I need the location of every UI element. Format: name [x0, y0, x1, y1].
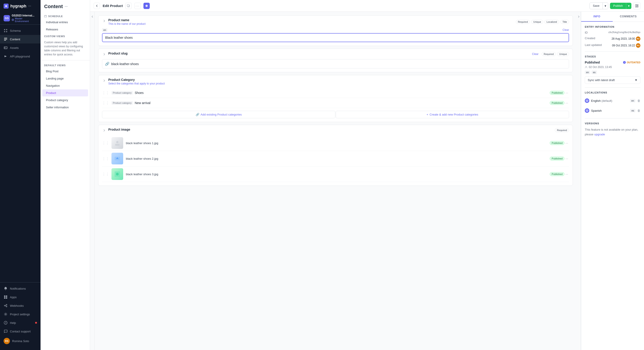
product-slug-input-wrap[interactable]: 🔗 black-leather-shoes — [102, 59, 569, 68]
nav-item-individual-entries[interactable]: Individual entries — [42, 19, 88, 26]
sidebar-item-webhooks[interactable]: Webhooks — [0, 301, 40, 310]
category-status-new-arrival: Published — [550, 101, 564, 105]
plus-icon: + — [426, 113, 428, 116]
clear-product-name-button[interactable]: Clear — [562, 28, 569, 32]
nav-item-product[interactable]: Product — [42, 90, 88, 96]
product-name-info: Product name This is the name of our pro… — [108, 18, 146, 26]
publish-button-group[interactable]: Publish ▾ — [610, 3, 632, 9]
nav-item-landing-page[interactable]: Landing page — [42, 75, 88, 82]
topbar-left: Edit Product ··· — [94, 3, 150, 9]
versions-text: This feature is not available on your pl… — [585, 128, 640, 137]
save-button-group[interactable]: Save ▾ — [590, 2, 608, 9]
tab-comments[interactable]: COMMENTS — [613, 12, 644, 22]
sidebar-item-project-settings[interactable]: Project settings — [0, 310, 40, 318]
svg-point-23 — [6, 324, 6, 324]
delete-locale-es-button[interactable]: 🗑 — [637, 109, 640, 112]
nav-item-navigation[interactable]: Navigation — [42, 82, 88, 89]
sidebar-item-content[interactable]: Content — [0, 35, 40, 44]
sidebar-item-assets[interactable]: Assets — [0, 44, 40, 52]
second-sidebar-title: Content ··· — [40, 4, 90, 13]
drag-handle-img3[interactable]: ⋮⋮ — [102, 172, 109, 176]
org-selector[interactable]: GS GS2023 Internal... Master Environment — [0, 12, 40, 24]
image-badge-required: Required — [555, 128, 569, 132]
image-more-3[interactable]: ··· — [564, 172, 569, 177]
nav-item-releases[interactable]: Releases — [42, 26, 88, 33]
api-icon — [4, 54, 8, 58]
sync-dropdown[interactable]: Sync with latest draft ▼ — [585, 76, 640, 84]
badge-required: Required — [516, 20, 530, 24]
drag-handle-img2[interactable]: ⋮⋮ — [102, 156, 109, 161]
updated-value: 09 Oct 2023, 16:22 RS — [612, 43, 640, 48]
sidebar-item-schema[interactable]: Schema — [0, 26, 40, 35]
create-add-category-button[interactable]: + Create & add new Product categories — [336, 111, 569, 118]
drag-handle-new-arrival[interactable]: ⋮⋮ — [102, 101, 109, 105]
sidebar-item-notifications[interactable]: Notifications — [0, 284, 40, 293]
logo-icon — [4, 4, 8, 8]
stage-status-outdated: OUTDATED — [623, 61, 640, 64]
stage-row-published: Published OUTDATED — [585, 60, 640, 64]
image-more-2[interactable]: ··· — [564, 156, 569, 161]
product-slug-collapse[interactable] — [102, 52, 106, 56]
add-existing-category-button[interactable]: 🔗 Add existing Product categories — [102, 111, 335, 118]
collapse-right-panel-button[interactable] — [576, 12, 581, 350]
product-image-collapse[interactable] — [102, 128, 106, 133]
link-icon: 🔗 — [105, 62, 110, 66]
sidebar-item-contact-support[interactable]: Contact support — [0, 327, 40, 336]
image-status-3: Published — [550, 172, 564, 176]
more-button[interactable]: ··· — [134, 3, 141, 9]
drag-handle-img1[interactable]: ⋮⋮ — [102, 141, 109, 145]
drag-handle-shoes[interactable]: ⋮⋮ — [102, 91, 109, 95]
product-category-label: Product Category — [108, 78, 165, 82]
user-profile[interactable]: RS Romina Soto — [0, 336, 40, 346]
product-image-body: ⋮⋮ black leather shoes 1.jpg Published ·… — [98, 134, 572, 186]
category-more-shoes[interactable]: ··· — [564, 90, 569, 96]
product-image-header: Product image Required — [98, 125, 572, 134]
nav-item-seller-information[interactable]: Seller information — [42, 104, 88, 111]
topbar-right: Save ▾ Publish ▾ — [590, 2, 640, 10]
collapse-sidebar-button[interactable] — [90, 12, 94, 350]
status-indicator[interactable] — [144, 3, 150, 9]
svg-rect-3 — [6, 29, 7, 30]
updated-label: Last updated — [585, 43, 605, 46]
content-icon — [4, 37, 8, 41]
image-more-1[interactable]: ··· — [564, 140, 569, 146]
list-item: ⋮⋮ black leather shoes 2.jpg Published ·… — [102, 151, 569, 166]
nav-item-product-category[interactable]: Product category — [42, 96, 88, 104]
sidebar-item-apps[interactable]: Apps — [0, 293, 40, 301]
product-name-input[interactable] — [102, 33, 569, 42]
delete-locale-en-button[interactable]: 🗑 — [637, 99, 640, 102]
assets-icon — [4, 46, 8, 50]
product-category-desc: Select the categories that apply to your… — [108, 82, 165, 85]
category-more-new-arrival[interactable]: ··· — [564, 100, 569, 106]
copy-button[interactable] — [126, 3, 132, 9]
svg-point-39 — [116, 173, 119, 176]
loc-icon-en — [585, 98, 589, 103]
topbar: Edit Product ··· Save ▾ Publish ▾ — [90, 0, 644, 12]
svg-point-30 — [146, 5, 148, 7]
nav-item-blog-post[interactable]: Blog Post — [42, 68, 88, 75]
svg-rect-8 — [4, 40, 6, 40]
clear-slug-button[interactable]: Clear — [532, 52, 538, 56]
product-name-field: Product name This is the name of our pro… — [98, 15, 573, 46]
save-dropdown[interactable]: ▾ — [602, 3, 608, 9]
content-area: Product name This is the name of our pro… — [90, 12, 644, 350]
upgrade-link[interactable]: upgrade — [594, 133, 605, 136]
schema-icon — [4, 28, 8, 33]
image-thumb-3 — [112, 168, 123, 180]
sidebar-item-api-playground[interactable]: API playground — [0, 52, 40, 60]
product-name-collapse[interactable] — [102, 19, 106, 23]
product-category-collapse[interactable] — [102, 78, 106, 83]
layout-button[interactable] — [633, 2, 640, 10]
save-button[interactable]: Save — [590, 3, 603, 9]
back-button[interactable] — [94, 3, 100, 9]
badge-localized: Localized — [544, 20, 559, 24]
sidebar-item-help[interactable]: Help — [0, 318, 40, 327]
svg-point-18 — [6, 306, 7, 307]
product-category-header-left: Product Category Select the categories t… — [102, 78, 165, 85]
product-name-header: Product name This is the name of our pro… — [98, 16, 572, 26]
publish-dropdown[interactable]: ▾ — [626, 3, 632, 9]
publish-button[interactable]: Publish — [610, 3, 626, 9]
list-item: ⋮⋮ black leather shoes 1.jpg Published ·… — [102, 135, 569, 151]
tab-info[interactable]: INFO — [581, 12, 613, 22]
main-area: Edit Product ··· Save ▾ Publish ▾ — [90, 0, 644, 350]
